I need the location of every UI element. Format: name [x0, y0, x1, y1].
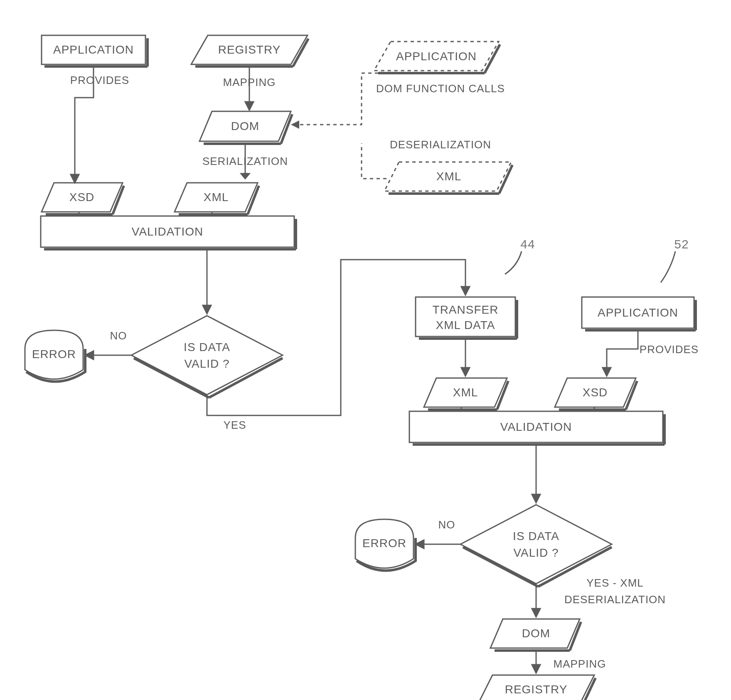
node-xsd-2: XSD — [555, 378, 637, 410]
node-xsd-1: XSD — [42, 183, 124, 214]
node-validation-2-label: VALIDATION — [500, 420, 572, 433]
svg-marker-7 — [245, 102, 254, 110]
svg-line-60 — [570, 622, 581, 651]
node-xml-1: XML — [175, 183, 259, 214]
node-application-source-label: APPLICATION — [53, 43, 134, 56]
node-error-2: ERROR — [355, 519, 416, 571]
node-dom-1-label: DOM — [231, 120, 259, 133]
arrow-validation1-to-decision — [203, 249, 211, 314]
node-error-1-label: ERROR — [32, 348, 76, 361]
svg-line-16 — [499, 165, 512, 194]
node-validation-2: VALIDATION — [409, 411, 665, 445]
arrow-decision1-to-error — [85, 351, 131, 359]
node-transfer-line1: TRANSFER — [433, 303, 499, 316]
arrow-application3-to-xsd2 — [603, 330, 638, 376]
node-decision-1: IS DATA VALID ? — [131, 316, 283, 398]
node-application-dom-calls: APPLICATION — [374, 42, 500, 73]
node-decision-2-line1: IS DATA — [513, 530, 559, 543]
arrow-transfer-to-xml3 — [461, 339, 470, 376]
node-validation-1-label: VALIDATION — [132, 225, 203, 238]
svg-marker-42 — [461, 368, 470, 376]
label-yes-1: YES — [223, 419, 246, 431]
svg-marker-40 — [603, 368, 611, 376]
svg-line-43 — [497, 381, 508, 410]
svg-marker-3 — [71, 174, 79, 183]
arrow-decision2-to-dom2 — [532, 586, 540, 617]
refnum-44: 44 — [520, 237, 535, 251]
label-provides-1: PROVIDES — [70, 74, 129, 86]
svg-marker-28 — [203, 305, 211, 314]
node-decision-1-line2: VALID ? — [184, 357, 229, 370]
arrow-xml-to-dom-dashed — [362, 143, 386, 179]
leader-52 — [661, 251, 675, 282]
svg-line-20 — [248, 186, 259, 214]
svg-marker-53 — [532, 494, 540, 503]
arrow-dom2-to-registry2 — [532, 651, 540, 673]
node-xsd-2-label: XSD — [583, 386, 608, 399]
svg-line-8 — [485, 44, 500, 73]
node-application-target: APPLICATION — [582, 297, 696, 330]
node-error-1: ERROR — [25, 330, 85, 382]
svg-marker-59 — [532, 609, 540, 617]
node-xml-deserialization-source: XML — [384, 162, 512, 194]
svg-line-18 — [113, 186, 124, 214]
svg-marker-15 — [291, 120, 299, 129]
node-application-source: APPLICATION — [42, 35, 148, 66]
arrow-decision2-to-error2 — [416, 540, 460, 548]
node-application-target-label: APPLICATION — [598, 306, 678, 319]
node-xml-3-label: XML — [453, 386, 478, 399]
leader-44 — [505, 251, 522, 274]
node-registry-target: REGISTRY — [478, 675, 596, 700]
label-no-1: NO — [110, 329, 127, 342]
node-validation-1: VALIDATION — [41, 216, 296, 249]
svg-marker-13 — [241, 174, 249, 179]
node-dom-2-label: DOM — [522, 627, 550, 640]
node-transfer-xml-data: TRANSFER XML DATA — [416, 297, 517, 339]
label-yes-xml: YES - XML — [586, 577, 644, 589]
label-provides-2: PROVIDES — [640, 343, 699, 356]
node-decision-2: IS DATA VALID ? — [460, 505, 612, 587]
node-dom-1: DOM — [199, 111, 292, 144]
node-decision-1-line1: IS DATA — [184, 341, 230, 354]
node-xml-1-label: XML — [204, 191, 229, 204]
node-application-dom-calls-label: APPLICATION — [396, 50, 477, 63]
node-registry-target-label: REGISTRY — [505, 683, 568, 696]
node-decision-2-line2: VALID ? — [513, 546, 559, 559]
arrow-application-to-dom-dashed — [291, 73, 378, 129]
node-transfer-line2: XML DATA — [436, 319, 495, 332]
node-xsd-1-label: XSD — [69, 191, 95, 204]
arrow-validation2-to-decision2 — [532, 445, 540, 503]
label-deserialization-1: DESERIALIZATION — [390, 138, 491, 151]
label-dom-function-calls: DOM FUNCTION CALLS — [376, 82, 505, 95]
svg-line-45 — [626, 381, 637, 410]
node-registry-source-label: REGISTRY — [218, 43, 281, 56]
refnum-52: 52 — [674, 237, 689, 251]
node-xml-3: XML — [424, 378, 508, 410]
svg-marker-33 — [461, 287, 470, 295]
svg-line-4 — [293, 39, 308, 66]
node-xml-deserialization-source-label: XML — [436, 170, 462, 183]
svg-line-64 — [582, 678, 596, 700]
node-dom-2: DOM — [490, 619, 581, 651]
node-error-2-label: ERROR — [362, 537, 406, 550]
label-mapping-2: MAPPING — [554, 658, 606, 670]
node-registry-source: REGISTRY — [191, 35, 308, 66]
svg-marker-63 — [532, 665, 540, 673]
svg-line-10 — [281, 114, 292, 144]
label-deserialization-2: DESERIALIZATION — [564, 593, 666, 606]
label-no-2: NO — [438, 518, 455, 531]
